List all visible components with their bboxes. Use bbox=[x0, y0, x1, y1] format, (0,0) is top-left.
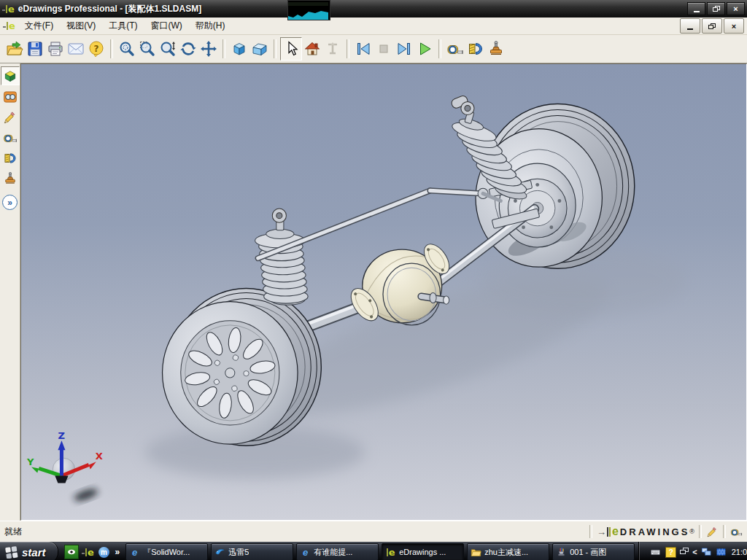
shaded-edges-button[interactable] bbox=[249, 38, 270, 60]
close-icon: × bbox=[733, 4, 738, 13]
rotate-button[interactable] bbox=[178, 38, 198, 60]
measure-side-button[interactable] bbox=[1, 129, 19, 147]
status-separator bbox=[723, 525, 726, 538]
window-title: eDrawings Professional - [装配体1.SLDASM] bbox=[18, 3, 686, 15]
markup-button[interactable] bbox=[1, 109, 19, 126]
menu-tools[interactable]: 工具(T) bbox=[102, 18, 144, 34]
network-icon[interactable] bbox=[701, 547, 712, 557]
quicklaunch-more-chevron[interactable]: » bbox=[115, 547, 120, 557]
3d-model-canvas[interactable]: Z X Y bbox=[21, 64, 746, 520]
overview-button[interactable] bbox=[1, 88, 19, 106]
home-view-button[interactable] bbox=[302, 38, 322, 60]
window-arrange-icon[interactable] bbox=[680, 548, 689, 556]
triad-y-label: Y bbox=[26, 456, 34, 467]
viewport: Z X Y bbox=[20, 63, 747, 521]
components-icon bbox=[3, 69, 18, 83]
shaded-edges-cube-icon bbox=[251, 40, 268, 58]
firewall-icon[interactable] bbox=[716, 547, 727, 557]
markup-pencil-icon[interactable] bbox=[706, 526, 719, 538]
save-button[interactable] bbox=[25, 38, 45, 60]
open-button[interactable] bbox=[4, 38, 25, 60]
cross-section-side-button[interactable] bbox=[1, 149, 19, 167]
minimize-button[interactable] bbox=[687, 2, 705, 15]
zoom-in-out-icon bbox=[159, 40, 177, 58]
measure-tape-icon bbox=[3, 131, 18, 145]
task-thunder5[interactable]: 迅雷5 bbox=[211, 543, 293, 560]
start-button[interactable]: start bbox=[0, 542, 58, 560]
child-minimize-button[interactable] bbox=[680, 18, 700, 34]
menu-file[interactable]: 文件(F) bbox=[18, 18, 60, 34]
clock[interactable]: 21:07 bbox=[732, 548, 747, 556]
stamp-icon bbox=[487, 40, 505, 58]
play-animation-button[interactable] bbox=[414, 38, 435, 60]
task-folder-zhu[interactable]: zhu主减速... bbox=[467, 543, 549, 560]
triad-z-label: Z bbox=[58, 430, 65, 441]
zoom-area-button[interactable] bbox=[137, 38, 158, 60]
taskbar: start e m » e 『SolidWor... 迅雷5 e 有谁能提...… bbox=[0, 542, 747, 560]
toolbar-separator bbox=[274, 39, 276, 58]
menu-view[interactable]: 视图(V) bbox=[60, 18, 102, 34]
document-icon: e bbox=[3, 21, 15, 31]
task-edrawings[interactable]: e eDrawings ... bbox=[382, 543, 464, 560]
chevron-right-icon: » bbox=[7, 198, 12, 207]
measure-tape-icon bbox=[446, 40, 464, 58]
zoom-fit-button[interactable] bbox=[117, 38, 137, 60]
restore-button[interactable] bbox=[707, 2, 725, 15]
child-close-button[interactable]: × bbox=[724, 18, 744, 34]
close-button[interactable]: × bbox=[727, 2, 745, 15]
task-forum-page[interactable]: e 有谁能提... bbox=[296, 543, 379, 560]
measure-tape-icon[interactable] bbox=[730, 526, 743, 538]
side-toolbar: » bbox=[0, 63, 20, 521]
cross-section-button[interactable] bbox=[465, 38, 486, 60]
expand-panel-button[interactable]: » bbox=[2, 195, 18, 210]
toolbar-separator bbox=[110, 39, 113, 58]
send-email-button[interactable] bbox=[66, 38, 86, 60]
task-paint[interactable]: 001 - 画图 bbox=[552, 543, 635, 560]
previous-view-button[interactable] bbox=[353, 38, 374, 60]
shaded-button[interactable] bbox=[229, 38, 249, 60]
menu-window[interactable]: 窗口(W) bbox=[144, 18, 188, 34]
menu-bar: e 文件(F) 视图(V) 工具(T) 窗口(W) 帮助(H) × bbox=[0, 18, 747, 35]
stop-icon bbox=[375, 40, 392, 58]
acdsee-quicklaunch-icon[interactable] bbox=[64, 545, 79, 559]
tray-help-icon[interactable]: ? bbox=[665, 547, 676, 558]
title-bar: e eDrawings Professional - [装配体1.SLDASM]… bbox=[0, 0, 747, 18]
next-icon bbox=[395, 40, 413, 58]
measure-button[interactable] bbox=[445, 38, 465, 60]
paint-icon bbox=[556, 547, 567, 558]
pan-button[interactable] bbox=[198, 38, 219, 60]
minimize-icon bbox=[687, 28, 693, 30]
rotate-icon bbox=[179, 40, 197, 58]
pencil-icon bbox=[3, 110, 18, 125]
zoom-button[interactable] bbox=[158, 38, 178, 60]
edrawings-icon: e bbox=[387, 548, 395, 557]
stamp-side-button[interactable] bbox=[1, 170, 19, 187]
floating-speed-graph[interactable] bbox=[287, 0, 330, 20]
input-method-keyboard-icon[interactable] bbox=[649, 548, 662, 557]
task-solidworks-page[interactable]: e 『SolidWor... bbox=[125, 543, 208, 560]
edrawings-quicklaunch-icon[interactable]: e bbox=[82, 545, 95, 559]
pan-icon bbox=[200, 40, 217, 58]
maxthon-quicklaunch-icon[interactable]: m bbox=[98, 545, 111, 559]
status-bar: 就绪 → e DRAWINGS ® bbox=[0, 521, 747, 542]
printer-icon bbox=[47, 40, 64, 58]
child-restore-button[interactable] bbox=[702, 18, 722, 34]
select-button[interactable] bbox=[280, 37, 302, 61]
components-panel-button[interactable] bbox=[1, 66, 20, 85]
point-disabled-icon bbox=[324, 40, 341, 58]
stamp-button[interactable] bbox=[486, 38, 506, 60]
next-view-button[interactable] bbox=[394, 38, 414, 60]
stamp-icon bbox=[3, 171, 18, 186]
tray-collapse-chevron[interactable]: < bbox=[692, 548, 697, 556]
edrawings-app-icon: e bbox=[2, 4, 15, 14]
edrawings-brandmark: → e DRAWINGS ® bbox=[597, 525, 694, 538]
print-button[interactable] bbox=[45, 38, 66, 60]
menu-help[interactable]: 帮助(H) bbox=[189, 18, 232, 34]
status-text: 就绪 bbox=[4, 526, 585, 538]
left-wheel[interactable] bbox=[163, 288, 322, 446]
system-tray: ? < 21:07 bbox=[639, 542, 747, 560]
triad-x-label: X bbox=[96, 451, 103, 462]
orientation-triad: Z X Y bbox=[26, 430, 103, 483]
help-button[interactable] bbox=[86, 38, 107, 60]
task-buttons: e 『SolidWor... 迅雷5 e 有谁能提... e eDrawings… bbox=[124, 542, 639, 560]
